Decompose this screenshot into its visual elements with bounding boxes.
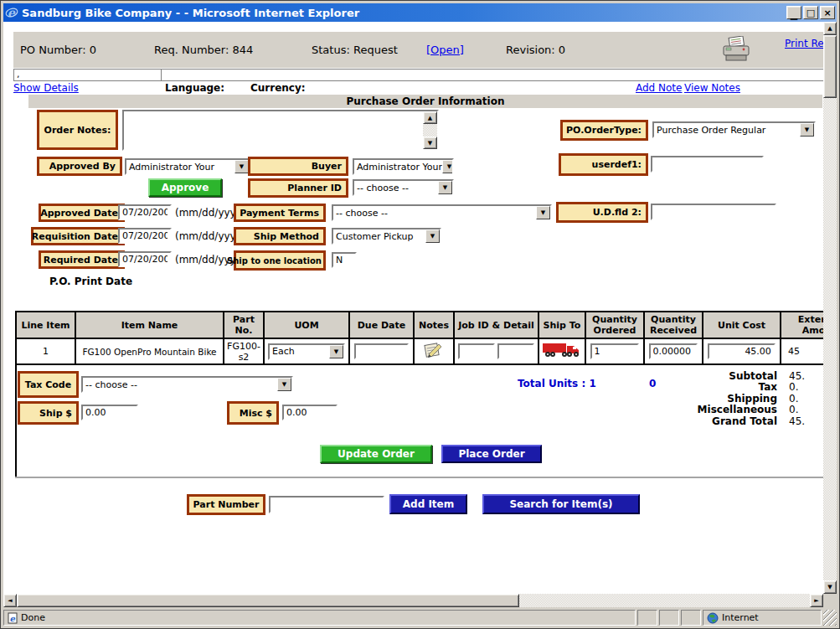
horizontal-scroll-thumb[interactable]	[17, 594, 519, 607]
add-item-row: Part Number Add Item Search for Item(s)	[3, 492, 823, 518]
col-job-id: Job ID & Detail	[454, 312, 539, 338]
approved-date-label: Approved Date	[39, 204, 125, 222]
qty-ordered-input[interactable]	[590, 343, 640, 359]
order-notes-field[interactable]: ▲ ▼	[122, 110, 439, 151]
item-name-cell: FG100 OpenPro Mountain Bike	[75, 338, 224, 364]
table-row: 1 FG100 OpenPro Mountain Bike FG100-s2 E…	[16, 338, 823, 364]
qty-received-input[interactable]	[649, 343, 698, 359]
status-value: Request	[353, 44, 398, 56]
udfld2-input[interactable]	[651, 204, 776, 220]
userdef1-input[interactable]	[651, 156, 764, 173]
scroll-down-icon[interactable]: ▼	[423, 137, 437, 149]
status-pane	[637, 610, 657, 626]
red-truck-icon[interactable]	[542, 352, 582, 363]
scroll-down-icon[interactable]: ▼	[823, 580, 837, 594]
po-info-section: Purchase Order Information Order Notes: …	[28, 95, 822, 296]
scroll-up-icon[interactable]: ▲	[423, 111, 437, 124]
approved-date-input[interactable]	[118, 204, 172, 220]
requisition-date-label: Requisition Date	[31, 227, 125, 245]
add-note-link[interactable]: Add Note	[636, 82, 682, 94]
requisition-date-input[interactable]	[118, 228, 172, 244]
view-notes-link[interactable]: View Notes	[684, 82, 740, 94]
add-item-button[interactable]: Add Item	[389, 494, 467, 514]
unit-cost-cell	[703, 338, 781, 364]
uom-select[interactable]: Each ▼	[268, 343, 345, 360]
printer-icon[interactable]	[721, 36, 753, 65]
horizontal-scrollbar[interactable]: ◄ ►	[3, 594, 823, 607]
payment-terms-label: Payment Terms	[234, 204, 326, 222]
unit-cost-input[interactable]	[708, 343, 776, 359]
chevron-down-icon[interactable]: ▼	[425, 229, 440, 243]
memo-pencil-icon[interactable]	[424, 351, 444, 362]
resize-grip[interactable]	[823, 610, 837, 626]
chevron-down-icon[interactable]: ▼	[438, 181, 452, 194]
search-items-button[interactable]: Search for Item(s)	[482, 494, 640, 514]
qty-received-cell	[644, 338, 703, 364]
ship-one-location-input[interactable]	[332, 252, 357, 268]
planner-id-select[interactable]: -- choose -- ▼	[353, 179, 454, 196]
chevron-down-icon[interactable]: ▼	[442, 160, 454, 173]
language-label: Language:	[165, 82, 224, 94]
job-detail-input[interactable]	[497, 343, 534, 359]
minimize-button[interactable]: ▁	[786, 6, 801, 19]
vertical-scrollbar[interactable]: ▲ ▼	[823, 22, 837, 594]
chevron-down-icon[interactable]: ▼	[800, 123, 814, 137]
tax-code-label: Tax Code	[18, 371, 79, 398]
approved-by-select[interactable]: Administrator Your ▼	[125, 158, 250, 175]
print-requisition-link[interactable]: Print Requisition	[785, 38, 823, 49]
userdef1-label: userdef1:	[559, 153, 648, 176]
qty-ordered-cell	[585, 338, 644, 364]
job-id-input[interactable]	[458, 343, 495, 359]
browser-window: e Sandburg Bike Company - - Microsoft In…	[0, 0, 840, 629]
col-line-item: Line Item	[16, 312, 75, 338]
tax-code-select[interactable]: -- choose -- ▼	[81, 376, 293, 393]
col-uom: UOM	[264, 312, 349, 338]
col-notes: Notes	[414, 312, 454, 338]
chevron-down-icon[interactable]: ▼	[277, 378, 291, 391]
shipping-label: Shipping	[606, 394, 777, 405]
order-notes-textarea[interactable]	[124, 111, 423, 149]
po-ordertype-select[interactable]: Purchase Order Regular ▼	[652, 121, 816, 138]
window-title: Sandburg Bike Company - - Microsoft Inte…	[22, 7, 359, 19]
scrollbar-corner	[823, 594, 837, 607]
approve-button[interactable]: Approve	[148, 178, 222, 197]
maximize-button[interactable]: □	[803, 6, 818, 19]
ship-method-label: Ship Method	[234, 227, 326, 245]
due-date-input[interactable]	[354, 343, 410, 359]
status-text: Done	[21, 612, 45, 623]
revision-value: 0	[559, 44, 565, 56]
grand-total-label: Grand Total	[606, 416, 777, 427]
detail-field[interactable]: ,	[13, 69, 162, 81]
miscellaneous-value: 0.	[789, 405, 798, 415]
ship-method-select[interactable]: Customer Pickup ▼	[332, 228, 441, 245]
misc-amount-input[interactable]	[282, 405, 338, 420]
grand-total-value: 45.	[789, 416, 805, 427]
close-button[interactable]: ×	[820, 6, 835, 19]
ship-amount-input[interactable]	[81, 405, 138, 420]
chevron-down-icon[interactable]: ▼	[234, 160, 249, 173]
required-date-input[interactable]	[118, 251, 172, 267]
open-link[interactable]: [Open]	[426, 44, 464, 56]
part-number-input[interactable]	[269, 496, 384, 513]
col-part-no: Part No.	[224, 312, 264, 338]
req-number-value: 844	[232, 44, 253, 56]
scroll-up-icon[interactable]: ▲	[823, 22, 837, 35]
currency-label: Currency:	[250, 82, 306, 94]
tax-label: Tax	[606, 382, 777, 393]
planner-id-label: Planner ID	[248, 178, 348, 198]
payment-terms-select[interactable]: -- choose -- ▼	[332, 204, 552, 221]
textarea-scrollbar[interactable]: ▲ ▼	[423, 111, 437, 149]
update-order-button[interactable]: Update Order	[320, 445, 432, 463]
scroll-right-icon[interactable]: ►	[810, 594, 823, 607]
revision-label: Revision:	[506, 44, 555, 56]
vertical-scroll-thumb[interactable]	[823, 35, 837, 98]
scroll-left-icon[interactable]: ◄	[3, 594, 17, 607]
show-details-link[interactable]: Show Details	[13, 82, 79, 94]
shipping-value: 0.	[789, 394, 798, 405]
chevron-down-icon[interactable]: ▼	[536, 206, 550, 219]
place-order-button[interactable]: Place Order	[441, 445, 542, 463]
total-units-value: 1	[589, 378, 595, 389]
buyer-select[interactable]: Administrator Your ▼	[353, 158, 454, 175]
col-unit-cost: Unit Cost	[703, 312, 781, 338]
chevron-down-icon[interactable]: ▼	[329, 345, 343, 358]
